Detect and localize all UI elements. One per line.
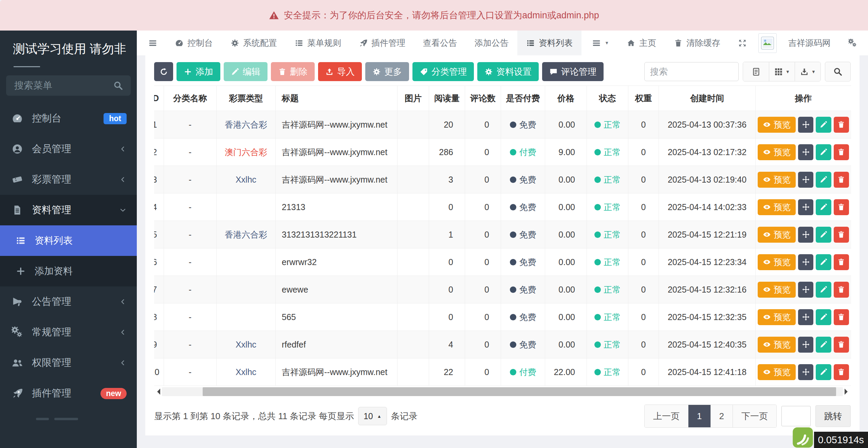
- preview-button[interactable]: 预览: [758, 199, 796, 215]
- edit-button[interactable]: [816, 254, 831, 270]
- preview-button[interactable]: 预览: [758, 227, 796, 243]
- sidebar-item-data-add[interactable]: 添加资料: [0, 256, 137, 286]
- edit-button[interactable]: [816, 364, 831, 380]
- delete-button[interactable]: [834, 309, 849, 325]
- table-row[interactable]: 3 - Xxlhc 吉祥源码网--www.jxymw.net 3 0 免费 0.…: [154, 166, 851, 193]
- table-row[interactable]: 1 - 香港六合彩 吉祥源码网--www.jxymw.net 20 0 免费 0…: [154, 111, 851, 138]
- sidebar-search[interactable]: [6, 75, 131, 96]
- sidebar-item-plugin[interactable]: 插件管理 new: [0, 378, 137, 409]
- search-button[interactable]: [825, 62, 851, 81]
- detail-view-button[interactable]: [743, 62, 769, 81]
- move-button[interactable]: [798, 117, 813, 133]
- nav-item-menu-rules[interactable]: 菜单规则: [286, 31, 350, 55]
- edit-button[interactable]: 编辑: [224, 62, 267, 81]
- jump-page-input[interactable]: [781, 406, 811, 426]
- preview-button[interactable]: 预览: [758, 144, 796, 160]
- data-settings-button[interactable]: 资料设置: [477, 62, 539, 81]
- sidebar-item-announcement[interactable]: 公告管理: [0, 286, 137, 317]
- nav-item-console[interactable]: 控制台: [166, 31, 222, 55]
- delete-button[interactable]: [834, 337, 849, 353]
- edit-button[interactable]: [816, 227, 831, 243]
- move-button[interactable]: [798, 337, 813, 353]
- move-button[interactable]: [798, 227, 813, 243]
- nav-site-name[interactable]: 吉祥源码网: [779, 31, 839, 55]
- lottery-type-link[interactable]: Xxlhc: [236, 340, 256, 349]
- delete-button[interactable]: [834, 199, 849, 215]
- refresh-button[interactable]: [154, 62, 173, 81]
- edit-button[interactable]: [816, 144, 831, 160]
- delete-button[interactable]: [834, 144, 849, 160]
- move-button[interactable]: [798, 199, 813, 215]
- nav-settings[interactable]: [839, 31, 866, 55]
- edit-button[interactable]: [816, 282, 831, 298]
- table-row[interactable]: 8 - 565 0 0 免费 0.00 正常 0 2025-04-15 12:3…: [154, 303, 851, 331]
- preview-button[interactable]: 预览: [758, 337, 796, 353]
- scroll-left-arrow[interactable]: [154, 389, 160, 395]
- sidebar-toggle-button[interactable]: [140, 31, 166, 55]
- scrollbar-track[interactable]: [162, 387, 843, 396]
- avatar[interactable]: [758, 33, 777, 53]
- nav-menu-dropdown[interactable]: ▼: [583, 31, 618, 55]
- scroll-right-arrow[interactable]: [845, 389, 851, 395]
- sidebar-search-input[interactable]: [14, 80, 113, 91]
- jump-button[interactable]: 跳转: [815, 405, 851, 427]
- delete-button[interactable]: [834, 364, 849, 380]
- move-button[interactable]: [798, 309, 813, 325]
- sidebar-item-lottery[interactable]: 彩票管理: [0, 164, 137, 195]
- preview-button[interactable]: 预览: [758, 172, 796, 188]
- nav-item-plugin-manage[interactable]: 插件管理: [350, 31, 414, 55]
- sidebar-item-data-list[interactable]: 资料列表: [0, 225, 137, 256]
- delete-button[interactable]: [834, 254, 849, 270]
- category-manage-button[interactable]: 分类管理: [412, 62, 474, 81]
- delete-button[interactable]: [834, 172, 849, 188]
- sidebar-item-members[interactable]: 会员管理: [0, 134, 137, 164]
- nav-item-data-list[interactable]: 资料列表: [517, 31, 581, 55]
- table-search-input[interactable]: [644, 62, 739, 81]
- import-button[interactable]: 导入: [318, 62, 362, 81]
- delete-button[interactable]: 删除: [271, 62, 315, 81]
- table-row[interactable]: 7 - ewewe 0 0 免费 0.00 正常 0 2025-04-15 12…: [154, 276, 851, 303]
- lottery-type-link[interactable]: Xxlhc: [236, 175, 256, 184]
- move-button[interactable]: [798, 172, 813, 188]
- move-button[interactable]: [798, 144, 813, 160]
- nav-clear-cache[interactable]: 清除缓存: [665, 31, 729, 55]
- page-size-dropdown[interactable]: 10 ▲: [358, 407, 387, 425]
- delete-button[interactable]: [834, 227, 849, 243]
- sidebar-item-general[interactable]: 常规管理: [0, 317, 137, 348]
- lottery-type-link[interactable]: Xxlhc: [236, 367, 256, 377]
- export-button[interactable]: ▼: [795, 62, 820, 81]
- page-button-上一页[interactable]: 上一页: [645, 405, 688, 427]
- preview-button[interactable]: 预览: [758, 364, 796, 380]
- preview-button[interactable]: 预览: [758, 309, 796, 325]
- lottery-type-link[interactable]: 香港六合彩: [225, 230, 267, 239]
- fullscreen-button[interactable]: [729, 31, 756, 55]
- edit-button[interactable]: [816, 309, 831, 325]
- table-row[interactable]: 6 - erwrwr32 0 0 免费 0.00 正常 0 2025-04-15…: [154, 248, 851, 276]
- edit-button[interactable]: [816, 199, 831, 215]
- nav-item-system-config[interactable]: 系统配置: [222, 31, 286, 55]
- table-row[interactable]: 9 - Xxlhc rfedfef 4 0 免费 0.00 正常 0 2025-…: [154, 331, 851, 358]
- page-button-1[interactable]: 1: [688, 405, 710, 427]
- sidebar-item-permission[interactable]: 权限管理: [0, 348, 137, 378]
- move-button[interactable]: [798, 364, 813, 380]
- page-button-下一页[interactable]: 下一页: [733, 405, 776, 427]
- nav-item-add-announcement[interactable]: 添加公告: [466, 31, 517, 55]
- delete-button[interactable]: [834, 282, 849, 298]
- edit-button[interactable]: [816, 337, 831, 353]
- move-button[interactable]: [798, 282, 813, 298]
- scrollbar-thumb[interactable]: [203, 387, 836, 396]
- lottery-type-link[interactable]: 澳门六合彩: [225, 147, 267, 157]
- nav-home[interactable]: 主页: [618, 31, 665, 55]
- table-row[interactable]: 10 - Xxlhc 吉祥源码网--www.jxymw.net 22 0 付费 …: [154, 358, 851, 386]
- table-row[interactable]: 5 - 香港六合彩 3132131313221131 1 0 免费 0.00 正…: [154, 221, 851, 248]
- edit-button[interactable]: [816, 117, 831, 133]
- more-button[interactable]: 更多: [365, 62, 409, 81]
- table-row[interactable]: 4 - 21313 0 0 免费 0.00 正常 0 2025-04-14 14…: [154, 193, 851, 221]
- sidebar-item-console[interactable]: 控制台 hot: [0, 103, 137, 134]
- comment-manage-button[interactable]: 评论管理: [542, 62, 604, 81]
- delete-button[interactable]: [834, 117, 849, 133]
- move-button[interactable]: [798, 254, 813, 270]
- table-row[interactable]: 2 - 澳门六合彩 吉祥源码网--www.jxymw.net 286 0 付费 …: [154, 138, 851, 166]
- preview-button[interactable]: 预览: [758, 117, 796, 133]
- lottery-type-link[interactable]: 香港六合彩: [225, 120, 267, 129]
